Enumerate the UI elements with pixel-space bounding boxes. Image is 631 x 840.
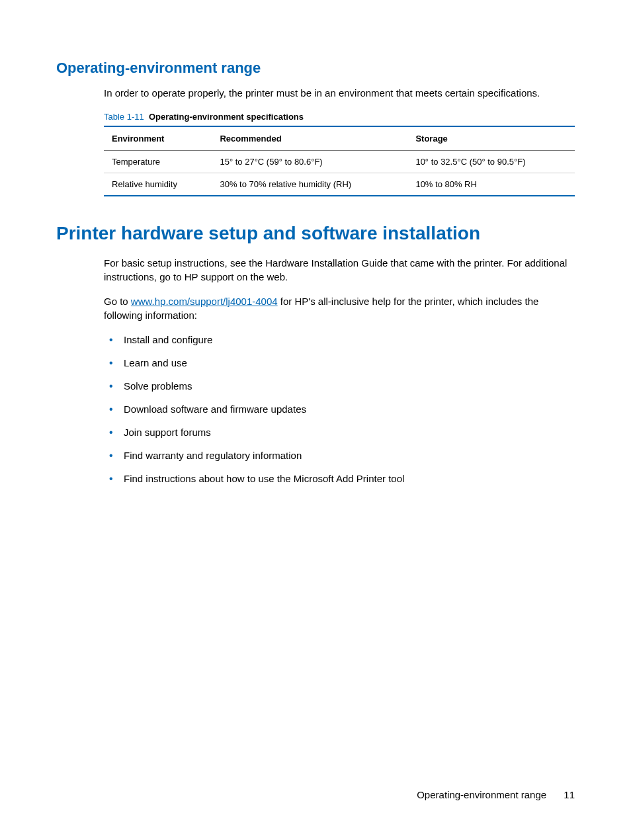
col-header: Environment [104,126,212,151]
section-heading-hw-setup: Printer hardware setup and software inst… [56,223,575,244]
setup-paragraph-1: For basic setup instructions, see the Ha… [104,256,575,284]
list-item: Learn and use [104,356,575,370]
support-link[interactable]: www.hp.com/support/lj4001-4004 [131,296,278,307]
table-row: Relative humidity 30% to 70% relative hu… [104,173,575,196]
help-topics-list: Install and configure Learn and use Solv… [104,333,575,485]
list-item: Install and configure [104,333,575,347]
table-cell: Relative humidity [104,173,212,196]
table-number: Table 1-11 [104,112,144,122]
table-title: Operating-environment specifications [149,112,304,122]
para2-pre: Go to [104,296,131,307]
list-item: Join support forums [104,425,575,439]
table-caption: Table 1-11 Operating-environment specifi… [104,112,575,122]
env-spec-table-wrap: Table 1-11 Operating-environment specifi… [104,112,575,196]
page-footer: Operating-environment range 11 [417,789,575,800]
intro-paragraph: In order to operate properly, the printe… [104,86,575,100]
list-item: Find instructions about how to use the M… [104,472,575,485]
setup-paragraph-2: Go to www.hp.com/support/lj4001-4004 for… [104,294,575,322]
list-item: Solve problems [104,379,575,393]
col-header: Storage [407,126,575,151]
table-cell: Temperature [104,151,212,173]
list-item: Find warranty and regulatory information [104,448,575,462]
list-item: Download software and firmware updates [104,402,575,416]
page-number: 11 [564,789,575,800]
table-cell: 30% to 70% relative humidity (RH) [212,173,407,196]
env-spec-table: Environment Recommended Storage Temperat… [104,126,575,196]
table-row: Temperature 15° to 27°C (59° to 80.6°F) … [104,151,575,173]
col-header: Recommended [212,126,407,151]
footer-section-title: Operating-environment range [417,789,546,800]
table-cell: 10° to 32.5°C (50° to 90.5°F) [407,151,575,173]
section-heading-operating-env: Operating-environment range [56,60,575,77]
table-cell: 15° to 27°C (59° to 80.6°F) [212,151,407,173]
table-header-row: Environment Recommended Storage [104,126,575,151]
table-cell: 10% to 80% RH [407,173,575,196]
